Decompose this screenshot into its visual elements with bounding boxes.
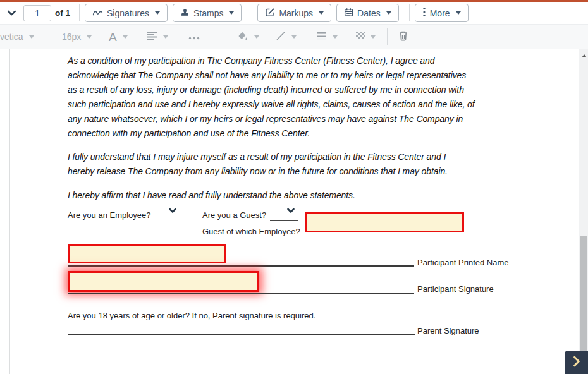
- paragraph-line: any nature whatsoever, which I or my hei…: [68, 112, 475, 126]
- vertical-dots-icon: [422, 7, 426, 19]
- paragraph-line: hereby release The Company from any liab…: [68, 164, 448, 179]
- paragraph-line: as a result of any loss, injury or damag…: [68, 83, 475, 97]
- ellipsis-icon: [188, 32, 200, 42]
- participant-printed-name-field[interactable]: [68, 244, 226, 263]
- guest-question-label: Are you a Guest?: [202, 210, 266, 220]
- more-format-options[interactable]: [188, 25, 200, 49]
- document-canvas: As a condition of my participation in Th…: [0, 49, 588, 374]
- font-color-icon: A: [109, 31, 117, 43]
- collapse-toolbar-chevron-icon[interactable]: [6, 8, 17, 18]
- font-size-select[interactable]: 16px: [62, 25, 92, 49]
- page-count-label: of 1: [55, 8, 70, 18]
- guest-of-which-employee-label: Guest of which Employee?: [202, 227, 300, 236]
- paint-bucket-icon: [238, 31, 248, 43]
- guest-dropdown-chevron-icon[interactable]: [286, 205, 296, 218]
- guest-answer-line: [270, 220, 298, 221]
- toolbar-separator: [387, 28, 388, 45]
- page-left-edge: [9, 49, 10, 374]
- diagonal-line-icon: [276, 31, 286, 42]
- align-left-icon: [147, 32, 157, 42]
- page-number-input[interactable]: [23, 5, 51, 21]
- font-size-label: 16px: [62, 32, 81, 42]
- next-page-button[interactable]: [565, 351, 588, 374]
- chevron-down-icon: [123, 35, 128, 39]
- participant-signature-label: Participant Signature: [417, 284, 494, 294]
- chevron-down-icon: [29, 35, 34, 39]
- stamp-icon: [180, 8, 190, 19]
- printed-name-line: [68, 265, 414, 267]
- paragraph-line: acknowledge that The Company shall not h…: [68, 68, 475, 83]
- line-thickness-icon: [316, 31, 327, 42]
- dates-button[interactable]: Dates: [336, 4, 399, 22]
- stamps-button-label: Stamps: [193, 8, 223, 18]
- chevron-down-icon: [319, 11, 324, 15]
- font-color-select[interactable]: A: [109, 25, 128, 49]
- stamps-button[interactable]: Stamps: [173, 4, 242, 22]
- waiver-paragraph-2: I fully understand that I may injure mys…: [68, 150, 448, 179]
- trash-icon: [398, 30, 408, 43]
- scroll-up-arrow-icon[interactable]: [582, 54, 587, 57]
- waiver-paragraph-1: As a condition of my participation in Th…: [68, 54, 475, 141]
- paragraph-line: As a condition of my participation in Th…: [68, 54, 475, 68]
- chevron-down-icon: [386, 11, 391, 15]
- guest-employee-name-field[interactable]: [305, 212, 464, 232]
- toolbar-separator: [409, 4, 410, 21]
- font-family-select[interactable]: vetica: [0, 25, 34, 49]
- fill-color-select[interactable]: [238, 25, 259, 49]
- opacity-pattern-select[interactable]: [355, 25, 376, 49]
- toolbar-separator: [79, 4, 80, 21]
- more-button[interactable]: More: [415, 4, 469, 22]
- chevron-down-icon: [254, 35, 259, 39]
- format-toolbar: vetica 16px A: [0, 24, 588, 49]
- paragraph-line: connection with my participation and use…: [68, 126, 475, 141]
- chevron-down-icon: [371, 35, 376, 39]
- delete-annotation-button[interactable]: [398, 25, 408, 49]
- signature-squiggle-icon: [92, 8, 103, 19]
- checkerboard-icon: [355, 31, 365, 42]
- chevron-down-icon: [155, 11, 160, 15]
- participant-printed-name-label: Participant Printed Name: [417, 258, 509, 267]
- line-thickness-select[interactable]: [316, 25, 338, 49]
- chevron-down-icon: [229, 11, 234, 15]
- parent-signature-line: [68, 334, 415, 335]
- vertical-scrollbar[interactable]: [579, 49, 588, 374]
- dates-button-label: Dates: [357, 8, 381, 18]
- toolbar-separator: [223, 28, 223, 45]
- main-toolbar: of 1 Signatures Stamps Markups Dates: [0, 2, 588, 24]
- calendar-icon: [344, 8, 353, 19]
- parent-signature-label: Parent Signature: [417, 326, 479, 335]
- markups-button[interactable]: Markups: [257, 4, 331, 22]
- paragraph-line: I fully understand that I may injure mys…: [68, 150, 448, 164]
- chevron-down-icon: [291, 35, 297, 39]
- employee-question-label: Are you an Employee?: [68, 210, 151, 220]
- age-question-label: Are you 18 years of age or older? If no,…: [68, 311, 315, 320]
- chevron-down-icon: [163, 35, 168, 39]
- edit-square-icon: [265, 7, 275, 19]
- signatures-button[interactable]: Signatures: [85, 4, 168, 22]
- scrollbar-thumb[interactable]: [580, 236, 587, 351]
- signatures-button-label: Signatures: [107, 8, 149, 18]
- chevron-right-icon: [571, 355, 582, 370]
- chevron-down-icon: [333, 35, 338, 39]
- participant-signature-line: [68, 293, 414, 294]
- markups-button-label: Markups: [279, 8, 313, 18]
- chevron-down-icon: [87, 35, 92, 39]
- participant-signature-field[interactable]: [68, 271, 259, 292]
- employee-dropdown-chevron-icon[interactable]: [168, 205, 178, 218]
- text-align-select[interactable]: [147, 25, 168, 49]
- guest-of-employee-line: [282, 236, 465, 236]
- font-family-label: vetica: [0, 32, 23, 42]
- paragraph-line: such participation and use and I hereby …: [68, 97, 475, 112]
- line-style-select[interactable]: [276, 25, 297, 49]
- chevron-down-icon: [456, 11, 461, 15]
- toolbar-separator: [252, 4, 252, 21]
- paragraph-line: I hereby affirm that I have read and ful…: [68, 188, 355, 203]
- more-button-label: More: [430, 8, 450, 18]
- waiver-paragraph-3: I hereby affirm that I have read and ful…: [68, 188, 355, 203]
